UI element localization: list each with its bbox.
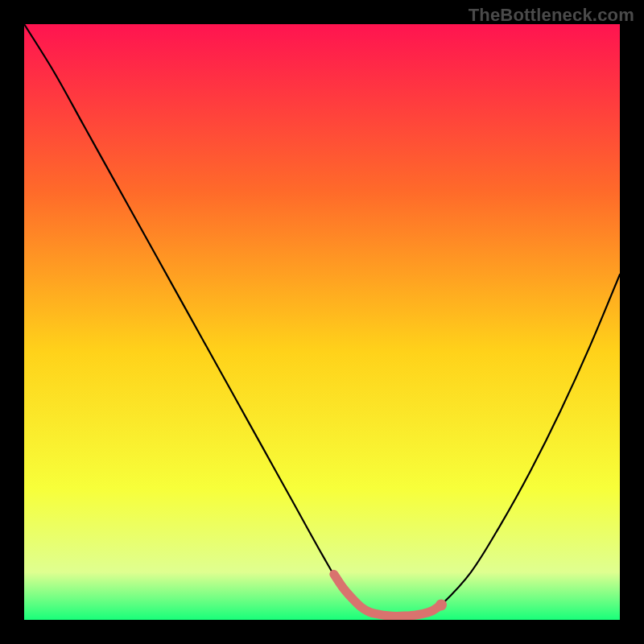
plot-area — [24, 24, 620, 620]
bottleneck-curve-chart — [24, 24, 620, 620]
chart-frame: TheBottleneck.com — [0, 0, 644, 644]
gradient-background — [24, 24, 620, 620]
watermark-text: TheBottleneck.com — [469, 5, 634, 26]
optimal-point-marker — [436, 600, 447, 611]
